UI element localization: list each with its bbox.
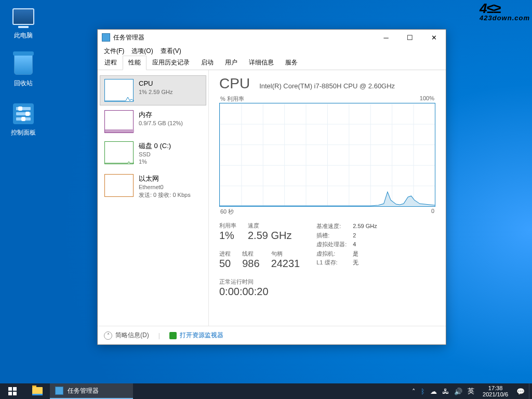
perf-heading: CPU <box>219 75 250 92</box>
graph-ylabel: % 利用率 <box>220 95 244 103</box>
cpu-utilization-graph[interactable] <box>219 103 435 207</box>
sidebar-mem-title: 内存 <box>139 110 183 119</box>
window-footer: ˄简略信息(D) | 打开资源监视器 <box>98 326 446 344</box>
ethernet-thumb-icon <box>104 174 134 197</box>
sidebar-mem-sub: 0.9/7.5 GB (12%) <box>139 119 183 127</box>
network-icon[interactable]: 🖧 <box>442 388 449 395</box>
titlebar[interactable]: 任务管理器 ─ ☐ ✕ <box>98 30 446 45</box>
desktop-icon-control-panel[interactable]: 控制面板 <box>4 101 43 137</box>
stat-proc-label: 进程 <box>219 250 231 258</box>
sidebar-disk-sub2: 1% <box>139 158 171 166</box>
stat-threads-value: 986 <box>242 258 259 269</box>
svg-rect-1 <box>8 387 12 391</box>
uptime-value: 0:00:00:20 <box>219 286 300 298</box>
stat-util-label: 利用率 <box>219 222 236 230</box>
taskbar-app-taskmgr[interactable]: 任务管理器 <box>50 383 133 399</box>
tab-processes[interactable]: 进程 <box>99 56 123 70</box>
sidebar-item-memory[interactable]: 内存 0.9/7.5 GB (12%) <box>100 107 206 137</box>
svg-rect-4 <box>13 392 17 395</box>
app-icon <box>55 387 63 395</box>
tab-startup[interactable]: 启动 <box>195 56 219 70</box>
svg-rect-3 <box>8 392 12 395</box>
menu-view[interactable]: 查看(V) <box>157 46 184 57</box>
graph-ymax: 100% <box>420 95 434 103</box>
maximize-button[interactable]: ☐ <box>398 30 422 45</box>
control-panel-icon <box>13 103 34 124</box>
close-button[interactable]: ✕ <box>422 30 446 45</box>
cpu-thumb-icon <box>104 79 134 102</box>
stat-handles-label: 句柄 <box>271 250 300 258</box>
clock-date: 2021/10/6 <box>483 391 508 397</box>
stat-util-value: 1% <box>219 230 234 241</box>
tab-users[interactable]: 用户 <box>219 56 243 70</box>
tray-chevron-icon[interactable]: ˄ <box>412 388 416 395</box>
sidebar-item-cpu[interactable]: CPU 1% 2.59 GHz <box>100 75 206 105</box>
ime-indicator[interactable]: 英 <box>468 387 474 396</box>
app-icon <box>102 33 110 42</box>
taskbar-app-label: 任务管理器 <box>68 387 99 395</box>
vm-value: 是 <box>353 249 358 259</box>
sidebar-item-disk[interactable]: 磁盘 0 (C:) SSD 1% <box>100 138 206 169</box>
memory-thumb-icon <box>104 110 134 133</box>
graph-xspan: 60 秒 <box>220 208 234 216</box>
perf-main: CPU Intel(R) Core(TM) i7-8850H CPU @ 2.6… <box>209 70 446 326</box>
l1-label: L1 缓存: <box>316 258 353 268</box>
desktop-icon-this-pc[interactable]: 此电脑 <box>4 4 43 40</box>
tab-services[interactable]: 服务 <box>280 56 303 70</box>
svg-rect-0 <box>105 129 134 132</box>
resmon-icon <box>169 332 177 339</box>
bluetooth-icon[interactable]: ᛒ <box>421 388 425 395</box>
desktop-icon-label: 回收站 <box>4 79 43 88</box>
perf-sidebar: CPU 1% 2.59 GHz 内存 0.9/7.5 GB (12%) <box>98 70 209 326</box>
stat-proc-value: 50 <box>219 258 231 269</box>
sidebar-disk-title: 磁盘 0 (C:) <box>139 141 171 151</box>
sidebar-eth-sub1: Ethernet0 <box>139 183 191 191</box>
desktop[interactable]: 此电脑 回收站 控制面板 4≤≥ 423down.com 任务管理器 ─ ☐ ✕… <box>0 0 532 383</box>
vcpu-value: 4 <box>353 240 356 249</box>
menubar: 文件(F) 选项(O) 查看(V) <box>98 45 446 57</box>
stat-speed-value: 2.59 GHz <box>248 230 291 241</box>
action-center-icon[interactable]: 💬 <box>516 388 525 395</box>
sockets-label: 插槽: <box>316 231 353 241</box>
recycle-bin-icon <box>14 54 33 75</box>
cpu-model: Intel(R) Core(TM) i7-8850H CPU @ 2.60GHz <box>259 82 395 90</box>
tabbar: 进程 性能 应用历史记录 启动 用户 详细信息 服务 <box>98 57 446 70</box>
chevron-up-icon: ˄ <box>104 331 112 340</box>
tab-details[interactable]: 详细信息 <box>243 56 280 70</box>
menu-file[interactable]: 文件(F) <box>101 46 127 57</box>
task-manager-window: 任务管理器 ─ ☐ ✕ 文件(F) 选项(O) 查看(V) 进程 性能 应用历史… <box>97 29 446 345</box>
vm-label: 虚拟机: <box>316 249 353 259</box>
desktop-icon-label: 控制面板 <box>4 128 43 137</box>
taskbar-clock[interactable]: 17:38 2021/10/6 <box>480 385 511 397</box>
onedrive-icon[interactable]: ☁ <box>430 388 437 395</box>
tab-app-history[interactable]: 应用历史记录 <box>147 56 195 70</box>
clock-time: 17:38 <box>483 385 508 391</box>
l1-value: 无 <box>353 258 358 268</box>
system-tray: ˄ ᛒ ☁ 🖧 🔊 英 17:38 2021/10/6 💬 <box>408 383 529 399</box>
show-desktop-button[interactable] <box>529 383 532 399</box>
menu-options[interactable]: 选项(O) <box>128 46 156 57</box>
stat-handles-value: 24231 <box>271 258 300 269</box>
desktop-icon-recycle-bin[interactable]: 回收站 <box>4 52 43 88</box>
desktop-icon-label: 此电脑 <box>4 31 43 40</box>
taskbar-explorer[interactable] <box>25 383 50 399</box>
sidebar-item-ethernet[interactable]: 以太网 Ethernet0 发送: 0 接收: 0 Kbps <box>100 170 206 202</box>
sidebar-eth-title: 以太网 <box>139 174 191 183</box>
basespeed-value: 2.59 GHz <box>353 222 377 231</box>
vcpu-label: 虚拟处理器: <box>316 240 353 249</box>
fewer-details-button[interactable]: ˄简略信息(D) <box>104 331 149 340</box>
sidebar-eth-sub2: 发送: 0 接收: 0 Kbps <box>139 191 191 199</box>
folder-icon <box>32 387 43 395</box>
sidebar-cpu-title: CPU <box>139 79 172 88</box>
window-title: 任务管理器 <box>113 33 374 42</box>
minimize-button[interactable]: ─ <box>374 30 398 45</box>
volume-icon[interactable]: 🔊 <box>454 388 462 395</box>
windows-icon <box>8 387 17 395</box>
sidebar-disk-sub1: SSD <box>139 151 171 158</box>
stat-speed-label: 速度 <box>248 222 291 230</box>
graph-xzero: 0 <box>431 208 434 216</box>
watermark: 4≤≥ 423down.com <box>480 2 530 21</box>
start-button[interactable] <box>0 383 25 399</box>
tab-performance[interactable]: 性能 <box>123 56 147 70</box>
open-resource-monitor-link[interactable]: 打开资源监视器 <box>169 331 223 340</box>
